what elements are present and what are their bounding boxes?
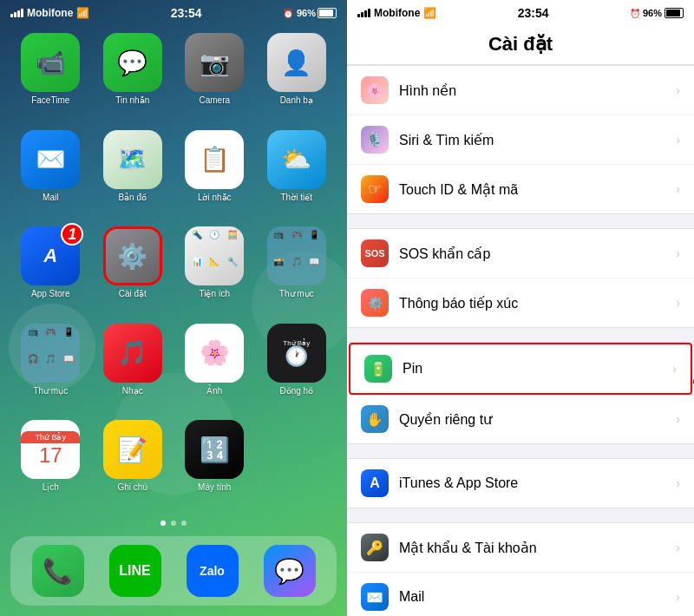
dock-phone[interactable]: 📞: [32, 545, 84, 597]
weather-icon: ⛅: [267, 130, 326, 189]
carrier-info-right: Mobifone 📶: [357, 7, 436, 19]
app-settings[interactable]: ⚙️ Cài đặt: [96, 226, 170, 315]
app-utilities[interactable]: 🔦🕐🧮 📊📐🔧 Tiện ích: [178, 226, 252, 315]
app-maps[interactable]: 🗺️ Bản đồ: [96, 130, 170, 219]
dock: 📞 LINE Zalo 💬: [10, 536, 337, 606]
phone-icon: 📞: [32, 545, 84, 597]
settings-section-3: 🔋 Pin › 2 ✋ Quyền riêng tư ›: [347, 342, 694, 444]
chevron-sos: ›: [676, 246, 680, 260]
clock-icon: Thứ Bảy 🕐: [267, 324, 326, 383]
mail-app-label: Mail: [399, 589, 676, 605]
dot-1: [160, 521, 166, 526]
settings-section-4: A iTunes & App Store ›: [347, 458, 694, 508]
battery-info-right: ⏰ 96%: [630, 8, 684, 18]
alarm-icon-right: ⏰: [630, 9, 640, 18]
app-music[interactable]: 🎵 Nhạc: [96, 324, 170, 412]
maps-label: Bản đồ: [118, 193, 147, 202]
messages-label: Tin nhắn: [115, 95, 149, 105]
app-facetime[interactable]: 📹 FaceTime: [14, 33, 88, 121]
dock-zalo[interactable]: Zalo: [187, 545, 239, 597]
folder2-label: Thư mục: [33, 386, 68, 396]
utilities-label: Tiện ích: [199, 289, 230, 298]
clock-label: Đồng hồ: [279, 386, 313, 396]
calculator-label: Máy tính: [198, 482, 231, 492]
app-contacts[interactable]: 👤 Danh bạ: [260, 33, 334, 121]
camera-icon: 📷: [185, 33, 244, 92]
wallpaper-label: Hình nền: [399, 82, 676, 99]
chevron-siri: ›: [676, 133, 680, 147]
settings-row-pin[interactable]: 🔋 Pin › 2: [349, 343, 692, 395]
dock-messenger[interactable]: 💬: [264, 545, 316, 597]
alarm-icon-left: ⏰: [283, 9, 293, 18]
app-calendar[interactable]: Thứ Bảy 17 Lịch: [14, 420, 88, 508]
wifi-icon-left: 📶: [76, 7, 89, 19]
app-weather[interactable]: ⛅ Thời tiết: [260, 130, 334, 219]
app-folder1[interactable]: 📺🎮📱 📸🎵📖 Thư mục: [260, 226, 334, 315]
settings-header: Cài đặt: [347, 26, 694, 65]
mail-label: Mail: [43, 193, 58, 202]
app-messages[interactable]: 💬 Tin nhắn: [96, 33, 170, 121]
status-bar-right: Mobifone 📶 23:54 ⏰ 96%: [347, 0, 694, 26]
pin-label: Pin: [403, 361, 672, 377]
battery-info-left: ⏰ 96%: [283, 8, 337, 18]
app-grid: 📹 FaceTime 💬 Tin nhắn 📷 Camera 👤 Danh bạ…: [0, 26, 347, 515]
settings-row-touchid[interactable]: ☞ Touch ID & Mật mã ›: [347, 165, 694, 213]
facetime-icon: 📹: [21, 33, 80, 92]
right-panel: Mobifone 📶 23:54 ⏰ 96% Cài đặt 🌸 Hình nề…: [347, 0, 694, 616]
status-bar-left: Mobifone 📶 23:54 ⏰ 96%: [0, 0, 347, 26]
settings-row-mail-app[interactable]: ✉️ Mail ›: [347, 573, 694, 616]
appstore-badge: 1: [61, 223, 83, 246]
settings-row-siri[interactable]: 🎙️ Siri & Tìm kiếm ›: [347, 115, 694, 165]
notes-label: Ghi chú: [118, 482, 147, 492]
utilities-icon: 🔦🕐🧮 📊📐🔧: [185, 226, 244, 285]
dock-line[interactable]: LINE: [109, 545, 161, 597]
chevron-mail: ›: [676, 590, 680, 604]
facetime-label: FaceTime: [31, 95, 69, 105]
wallpaper-icon: 🌸: [361, 76, 389, 104]
chevron-itunes: ›: [676, 476, 680, 490]
photos-icon: 🌸: [185, 324, 244, 383]
section-gap-4: [347, 515, 694, 522]
app-clock[interactable]: Thứ Bảy 🕐 Đồng hồ: [260, 324, 334, 412]
app-folder2[interactable]: 📺🎮📱 🎧🎵📖 Thư mục: [14, 324, 88, 412]
settings-row-passwords[interactable]: 🔑 Mật khẩu & Tài khoản ›: [347, 523, 694, 573]
photos-label: Ảnh: [206, 386, 222, 396]
chevron-wallpaper: ›: [676, 83, 680, 97]
app-photos[interactable]: 🌸 Ảnh: [178, 324, 252, 412]
app-mail[interactable]: ✉️ Mail: [14, 130, 88, 219]
contacts-label: Danh bạ: [280, 95, 313, 105]
passwords-icon: 🔑: [361, 534, 389, 561]
pin-icon: 🔋: [364, 355, 392, 383]
touchid-label: Touch ID & Mật mã: [399, 181, 676, 198]
app-notes[interactable]: 📝 Ghi chú: [96, 420, 170, 508]
folder2-icon: 📺🎮📱 🎧🎵📖: [21, 324, 80, 383]
settings-row-notification[interactable]: ⚙️ Thông báo tiếp xúc ›: [347, 279, 694, 327]
battery-icon-right: [665, 8, 684, 18]
appstore-icon: A 1: [21, 226, 80, 285]
settings-row-privacy[interactable]: ✋ Quyền riêng tư ›: [347, 395, 694, 443]
settings-label: Cài đặt: [119, 289, 147, 298]
app-appstore[interactable]: A 1 App Store: [14, 226, 88, 315]
messages-icon: 💬: [103, 33, 162, 92]
line-icon: LINE: [109, 545, 161, 597]
settings-page-title: Cài đặt: [361, 33, 680, 56]
appstore-label: App Store: [31, 289, 69, 298]
folder1-label: Thư mục: [279, 289, 314, 298]
chevron-pin: ›: [672, 362, 677, 376]
time-right: 23:54: [518, 6, 549, 20]
app-reminders[interactable]: 📋 Lời nhắc: [178, 130, 252, 219]
app-calculator[interactable]: 🔢 Máy tính: [178, 420, 252, 508]
app-camera[interactable]: 📷 Camera: [178, 33, 252, 121]
privacy-label: Quyền riêng tư: [399, 411, 676, 428]
touchid-icon: ☞: [361, 175, 389, 203]
section-gap-3: [347, 451, 694, 458]
notification-icon: ⚙️: [361, 289, 389, 317]
weather-label: Thời tiết: [281, 193, 312, 202]
settings-row-sos[interactable]: SOS SOS khẩn cấp ›: [347, 229, 694, 279]
sos-icon: SOS: [361, 239, 389, 267]
notes-icon: 📝: [103, 420, 162, 479]
settings-row-wallpaper[interactable]: 🌸 Hình nền ›: [347, 66, 694, 115]
settings-row-itunes[interactable]: A iTunes & App Store ›: [347, 459, 694, 508]
siri-label: Siri & Tìm kiếm: [399, 132, 676, 148]
reminders-label: Lời nhắc: [198, 193, 232, 202]
